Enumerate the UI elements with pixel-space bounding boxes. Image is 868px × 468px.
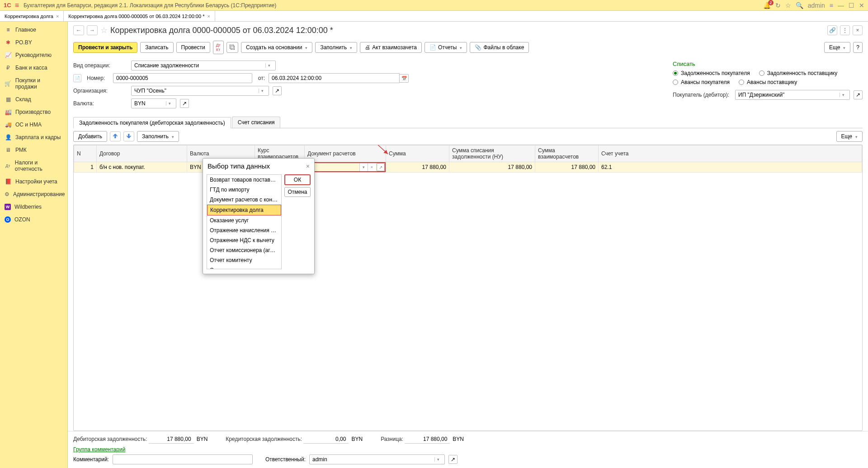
type-list-item[interactable]: ГТД по импорту: [207, 185, 281, 195]
type-list-item[interactable]: Корректировка долга: [207, 205, 281, 215]
type-selection-dialog: Выбор типа данных × Возврат товаров пост…: [203, 158, 315, 274]
type-list-item[interactable]: Отчет о розничных продажах: [207, 265, 281, 269]
dialog-cancel-button[interactable]: Отмена: [284, 187, 311, 197]
dialog-title: Выбор типа данных: [208, 162, 306, 170]
type-list-item[interactable]: Отчет комиссионера (агента)…: [207, 245, 281, 255]
dialog-close-icon[interactable]: ×: [306, 163, 310, 170]
dialog-ok-button[interactable]: ОК: [284, 174, 311, 185]
dialog-overlay: Выбор типа данных × Возврат товаров пост…: [0, 0, 868, 468]
type-list-item[interactable]: Документ расчетов с контраг…: [207, 195, 281, 205]
type-list-item[interactable]: Отчет комитенту: [207, 255, 281, 265]
type-list-item[interactable]: Отражение начисления НДС: [207, 225, 281, 235]
type-list-item[interactable]: Оказание услуг: [207, 215, 281, 225]
type-list[interactable]: Возврат товаров поставщикуГТД по импорту…: [207, 174, 282, 269]
type-list-item[interactable]: Возврат товаров поставщику: [207, 175, 281, 185]
type-list-item[interactable]: Отражение НДС к вычету: [207, 235, 281, 245]
